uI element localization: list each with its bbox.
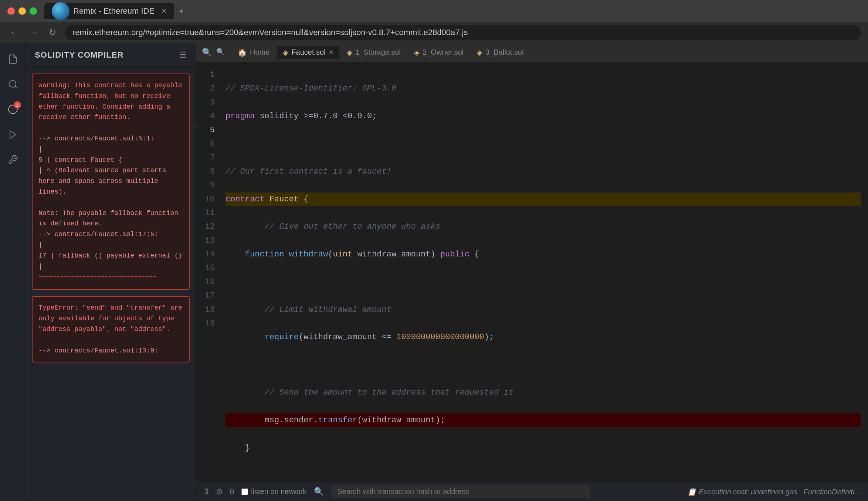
- warning-note: Note: The payable fallback function is d…: [38, 209, 178, 228]
- code-line-1: // SPDX-License-Identifier: GPL-3.0: [226, 82, 861, 95]
- line-num-15: 15: [202, 261, 215, 275]
- sidebar-item-search[interactable]: [4, 75, 22, 93]
- line-num-17: 17: [202, 289, 215, 303]
- sidebar-item-deploy[interactable]: [4, 126, 22, 143]
- tab-home[interactable]: 🏠 Home: [232, 46, 275, 59]
- warning-annotation: | ^ (Relevant source part starts here an…: [38, 167, 166, 195]
- browser-chrome: Remix - Ethereum IDE ✕ + ← → ↻: [0, 0, 868, 43]
- code-line-10: require(withdraw_amount <= 1000000000000…: [226, 330, 861, 344]
- ballot-file-icon: ◈: [477, 48, 482, 57]
- warning-pipe: |: [38, 146, 43, 153]
- code-line-14: }: [226, 441, 861, 455]
- error-location: --> contracts/Faucet.sol:13:9:: [38, 347, 158, 354]
- code-editor[interactable]: 1 2 3 4 ▼5 6 ▼7 8 9 10 11 12 13 14 15 16: [196, 62, 868, 482]
- error-message-box: TypeError: "send" and "transfer" are onl…: [32, 296, 190, 362]
- transaction-search-input[interactable]: [331, 485, 590, 498]
- warning-note-pipe2: |: [38, 263, 43, 270]
- tab-faucet[interactable]: ◈ Faucet.sol ✕: [277, 46, 339, 59]
- warning-location: --> contracts/Faucet.sol:5:1:: [38, 135, 154, 142]
- listen-network-checkbox[interactable]: [241, 488, 248, 495]
- code-line-15: [226, 468, 861, 482]
- warning-code-line: 5 | contract Faucet {: [38, 156, 122, 164]
- code-content[interactable]: // SPDX-License-Identifier: GPL-3.0 prag…: [218, 62, 868, 482]
- home-icon: 🏠: [238, 48, 247, 57]
- sidebar-item-plugin[interactable]: [4, 151, 22, 168]
- window-controls: [7, 7, 37, 15]
- line-num-13: 13: [202, 234, 215, 248]
- owner-file-icon: ◈: [414, 48, 420, 57]
- code-line-7: function withdraw(uint withdraw_amount) …: [226, 248, 861, 261]
- sidebar-item-compiler[interactable]: 1: [4, 100, 22, 118]
- browser-tabs: Remix - Ethereum IDE ✕ +: [44, 3, 861, 19]
- code-line-13: msg.sender.transfer(withdraw_amount);: [226, 413, 861, 427]
- code-line-8: [226, 275, 861, 289]
- squiggly-underline: ~~~~~~~~~~~~~~~~~~~~~~~~~~~~~~~~: [38, 273, 157, 282]
- reload-button[interactable]: ↻: [46, 26, 59, 39]
- error-text: TypeError: "send" and "transfer" are onl…: [38, 304, 182, 333]
- tab-ballot[interactable]: ◈ 3_Ballot.sol: [471, 46, 529, 59]
- tab-storage-label: 1_Storage.sol: [355, 48, 401, 57]
- code-line-6: // Give out ether to anyone who asks: [226, 220, 861, 234]
- tab-title: Remix - Ethereum IDE: [73, 6, 155, 16]
- browser-addressbar: ← → ↻: [0, 22, 868, 43]
- app-container: 1 SOLIDITY COMPILER ☰ Warning: This cont…: [0, 43, 868, 501]
- code-line-5: contract Faucet {: [226, 192, 861, 206]
- function-definition-text: FunctionDefiniti...: [803, 488, 861, 496]
- line-num-5: ▼5: [202, 123, 215, 137]
- tab-faucet-label: Faucet.sol: [291, 48, 325, 57]
- svg-line-1: [15, 86, 17, 88]
- code-line-2: pragma solidity >=0.7.0 <0.9.0;: [226, 109, 861, 123]
- listen-network-label: listen on network: [251, 487, 306, 496]
- line-num-11: 11: [202, 206, 215, 220]
- code-line-12: // Send the amount to the address that r…: [226, 386, 861, 399]
- new-tab-button[interactable]: +: [176, 3, 187, 19]
- line-num-14: 14: [202, 248, 215, 261]
- compiler-menu-icon[interactable]: ☰: [179, 50, 187, 60]
- address-bar-input[interactable]: [65, 25, 861, 40]
- tab-ballot-label: 3_Ballot.sol: [485, 48, 523, 57]
- tab-storage[interactable]: ◈ 1_Storage.sol: [341, 46, 407, 59]
- line-num-16: 16: [202, 275, 215, 289]
- warning-note-code: 17 | fallback () payable external {}: [38, 252, 182, 259]
- forward-button[interactable]: →: [27, 26, 40, 39]
- execution-cost-icon: 📋: [687, 488, 696, 496]
- line-num-4: 4: [202, 109, 215, 123]
- tab-close-icon[interactable]: ✕: [161, 7, 167, 15]
- faucet-file-icon: ◈: [283, 48, 288, 57]
- tab-owner[interactable]: ◈ 2_Owner.sol: [408, 46, 469, 59]
- sidebar-icons: 1: [0, 43, 26, 501]
- line-num-2: 2: [202, 82, 215, 95]
- compiler-panel: SOLIDITY COMPILER ☰ Warning: This contra…: [26, 43, 196, 501]
- browser-titlebar: Remix - Ethereum IDE ✕ +: [0, 0, 868, 22]
- browser-tab-active[interactable]: Remix - Ethereum IDE ✕: [44, 3, 174, 19]
- code-line-11: [226, 358, 861, 372]
- code-line-4: // Our first contract is a faucet!: [226, 165, 861, 178]
- tab-faucet-close-icon[interactable]: ✕: [329, 49, 333, 56]
- line-num-7: ▼7: [202, 151, 215, 164]
- expand-icon[interactable]: ⇕: [203, 487, 210, 497]
- counter-value: 0: [230, 487, 234, 496]
- line-num-19: 19: [202, 317, 215, 330]
- compiler-messages: Warning: This contract has a payable fal…: [26, 68, 196, 501]
- zoom-out-icon[interactable]: 🔍: [202, 48, 212, 57]
- line-num-18: 18: [202, 303, 215, 317]
- execution-cost: 📋 Execution cost: undefined gas Function…: [687, 487, 861, 496]
- listen-network-container: listen on network: [241, 487, 306, 496]
- maximize-button[interactable]: [30, 7, 37, 15]
- close-button[interactable]: [7, 7, 15, 15]
- line-num-9: 9: [202, 178, 215, 192]
- minimize-button[interactable]: [18, 7, 26, 15]
- back-button[interactable]: ←: [7, 26, 21, 39]
- line-num-12: 12: [202, 220, 215, 234]
- bottom-bar: ⇕ ⊘ 0 listen on network 🔍 📋 Execution co…: [196, 482, 868, 501]
- zoom-in-icon[interactable]: 🔍: [216, 48, 224, 57]
- stop-icon[interactable]: ⊘: [216, 487, 223, 497]
- editor-tabs: 🔍 🔍 🏠 Home ◈ Faucet.sol ✕ ◈ 1_Storage.so…: [196, 43, 868, 62]
- svg-point-0: [9, 81, 16, 88]
- tab-home-label: Home: [250, 48, 269, 57]
- svg-marker-5: [10, 131, 16, 139]
- code-line-3: [226, 137, 861, 151]
- sidebar-item-files[interactable]: [4, 50, 22, 68]
- line-num-3: 3: [202, 96, 215, 109]
- search-bottom-icon[interactable]: 🔍: [314, 487, 324, 497]
